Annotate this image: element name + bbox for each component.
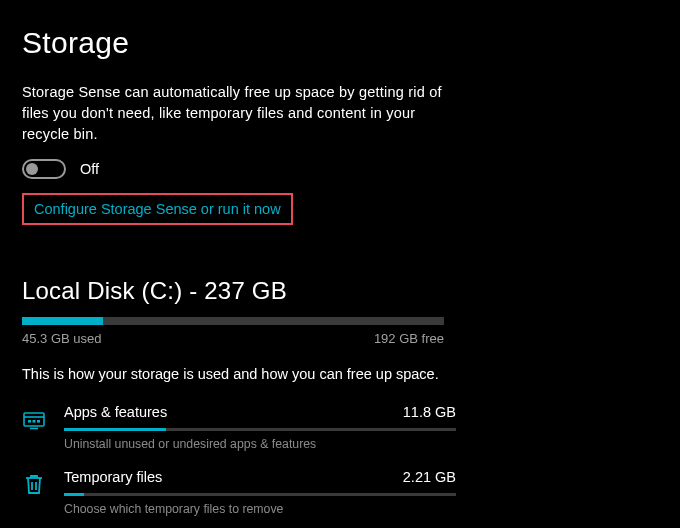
category-row-apps[interactable]: Apps & features11.8 GBUninstall unused o… <box>22 404 658 451</box>
toggle-knob <box>26 163 38 175</box>
category-bar <box>64 428 456 431</box>
storage-sense-desc: Storage Sense can automatically free up … <box>22 82 452 145</box>
disk-free-label: 192 GB free <box>374 331 444 346</box>
svg-rect-3 <box>33 420 36 423</box>
category-row-trash[interactable]: Temporary files2.21 GBChoose which tempo… <box>22 469 658 516</box>
category-size: 2.21 GB <box>403 469 456 485</box>
disk-heading: Local Disk (C:) - 237 GB <box>22 277 658 305</box>
apps-icon <box>22 407 46 431</box>
page-title: Storage <box>22 26 658 60</box>
disk-used-label: 45.3 GB used <box>22 331 102 346</box>
category-name: Apps & features <box>64 404 167 420</box>
storage-usage-desc: This is how your storage is used and how… <box>22 366 658 382</box>
category-bar <box>64 493 456 496</box>
category-bar-fill <box>64 493 84 496</box>
category-size: 11.8 GB <box>403 404 456 420</box>
toggle-state-label: Off <box>80 161 99 177</box>
disk-usage-bar <box>22 317 444 325</box>
category-name: Temporary files <box>64 469 162 485</box>
svg-rect-0 <box>24 413 44 426</box>
svg-rect-4 <box>37 420 40 423</box>
category-hint: Choose which temporary files to remove <box>64 502 456 516</box>
highlight-box: Configure Storage Sense or run it now <box>22 193 293 225</box>
storage-sense-toggle[interactable] <box>22 159 66 179</box>
disk-usage-fill <box>22 317 103 325</box>
svg-rect-2 <box>28 420 31 423</box>
category-hint: Uninstall unused or undesired apps & fea… <box>64 437 456 451</box>
configure-storage-sense-link[interactable]: Configure Storage Sense or run it now <box>34 201 281 217</box>
trash-icon <box>22 472 46 496</box>
category-bar-fill <box>64 428 166 431</box>
